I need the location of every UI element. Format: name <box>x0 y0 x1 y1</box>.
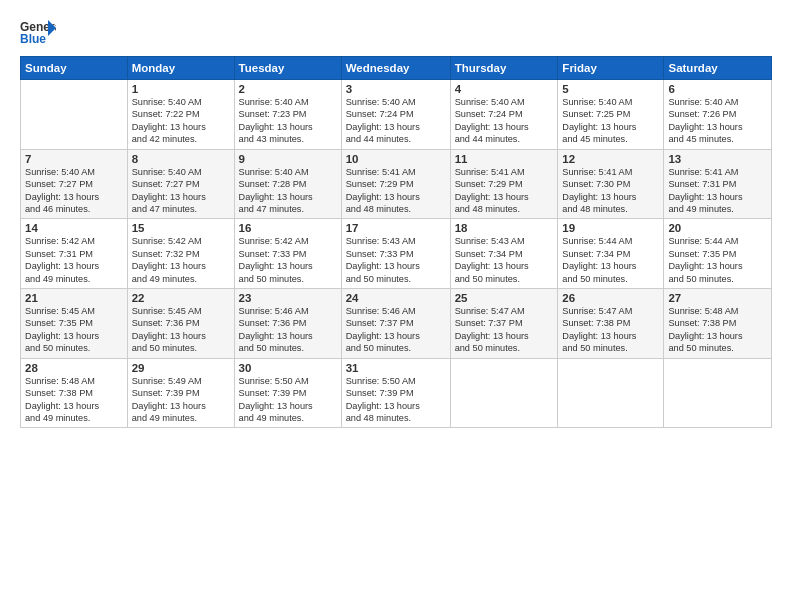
day-number: 28 <box>25 362 123 374</box>
day-info: Sunrise: 5:45 AM Sunset: 7:35 PM Dayligh… <box>25 305 123 355</box>
calendar-cell: 29Sunrise: 5:49 AM Sunset: 7:39 PM Dayli… <box>127 358 234 428</box>
calendar-header-thursday: Thursday <box>450 57 558 80</box>
day-number: 30 <box>239 362 337 374</box>
day-number: 13 <box>668 153 767 165</box>
day-info: Sunrise: 5:46 AM Sunset: 7:36 PM Dayligh… <box>239 305 337 355</box>
calendar-cell: 5Sunrise: 5:40 AM Sunset: 7:25 PM Daylig… <box>558 80 664 150</box>
day-info: Sunrise: 5:45 AM Sunset: 7:36 PM Dayligh… <box>132 305 230 355</box>
day-number: 21 <box>25 292 123 304</box>
calendar-cell <box>558 358 664 428</box>
day-info: Sunrise: 5:50 AM Sunset: 7:39 PM Dayligh… <box>239 375 337 425</box>
day-info: Sunrise: 5:49 AM Sunset: 7:39 PM Dayligh… <box>132 375 230 425</box>
calendar-cell <box>664 358 772 428</box>
day-info: Sunrise: 5:40 AM Sunset: 7:24 PM Dayligh… <box>455 96 554 146</box>
day-info: Sunrise: 5:47 AM Sunset: 7:38 PM Dayligh… <box>562 305 659 355</box>
day-info: Sunrise: 5:47 AM Sunset: 7:37 PM Dayligh… <box>455 305 554 355</box>
day-number: 19 <box>562 222 659 234</box>
day-info: Sunrise: 5:40 AM Sunset: 7:24 PM Dayligh… <box>346 96 446 146</box>
day-number: 27 <box>668 292 767 304</box>
calendar-header-monday: Monday <box>127 57 234 80</box>
page: General Blue SundayMondayTuesdayWednesda… <box>0 0 792 612</box>
calendar-cell: 15Sunrise: 5:42 AM Sunset: 7:32 PM Dayli… <box>127 219 234 289</box>
day-number: 2 <box>239 83 337 95</box>
day-number: 23 <box>239 292 337 304</box>
day-info: Sunrise: 5:41 AM Sunset: 7:30 PM Dayligh… <box>562 166 659 216</box>
calendar-cell <box>21 80 128 150</box>
day-number: 10 <box>346 153 446 165</box>
calendar-cell: 20Sunrise: 5:44 AM Sunset: 7:35 PM Dayli… <box>664 219 772 289</box>
day-info: Sunrise: 5:44 AM Sunset: 7:34 PM Dayligh… <box>562 235 659 285</box>
calendar-cell: 31Sunrise: 5:50 AM Sunset: 7:39 PM Dayli… <box>341 358 450 428</box>
day-number: 20 <box>668 222 767 234</box>
day-info: Sunrise: 5:40 AM Sunset: 7:25 PM Dayligh… <box>562 96 659 146</box>
calendar-week-row: 28Sunrise: 5:48 AM Sunset: 7:38 PM Dayli… <box>21 358 772 428</box>
calendar-cell: 30Sunrise: 5:50 AM Sunset: 7:39 PM Dayli… <box>234 358 341 428</box>
day-info: Sunrise: 5:46 AM Sunset: 7:37 PM Dayligh… <box>346 305 446 355</box>
calendar-cell: 24Sunrise: 5:46 AM Sunset: 7:37 PM Dayli… <box>341 289 450 359</box>
day-info: Sunrise: 5:42 AM Sunset: 7:31 PM Dayligh… <box>25 235 123 285</box>
calendar-cell: 14Sunrise: 5:42 AM Sunset: 7:31 PM Dayli… <box>21 219 128 289</box>
calendar-cell: 13Sunrise: 5:41 AM Sunset: 7:31 PM Dayli… <box>664 149 772 219</box>
day-number: 11 <box>455 153 554 165</box>
calendar-header-tuesday: Tuesday <box>234 57 341 80</box>
calendar-cell: 22Sunrise: 5:45 AM Sunset: 7:36 PM Dayli… <box>127 289 234 359</box>
day-number: 8 <box>132 153 230 165</box>
calendar-cell: 9Sunrise: 5:40 AM Sunset: 7:28 PM Daylig… <box>234 149 341 219</box>
day-number: 17 <box>346 222 446 234</box>
day-info: Sunrise: 5:40 AM Sunset: 7:22 PM Dayligh… <box>132 96 230 146</box>
calendar-cell: 27Sunrise: 5:48 AM Sunset: 7:38 PM Dayli… <box>664 289 772 359</box>
calendar-cell: 28Sunrise: 5:48 AM Sunset: 7:38 PM Dayli… <box>21 358 128 428</box>
calendar-table: SundayMondayTuesdayWednesdayThursdayFrid… <box>20 56 772 428</box>
calendar-cell <box>450 358 558 428</box>
calendar-cell: 8Sunrise: 5:40 AM Sunset: 7:27 PM Daylig… <box>127 149 234 219</box>
day-info: Sunrise: 5:44 AM Sunset: 7:35 PM Dayligh… <box>668 235 767 285</box>
day-number: 18 <box>455 222 554 234</box>
day-info: Sunrise: 5:42 AM Sunset: 7:33 PM Dayligh… <box>239 235 337 285</box>
day-number: 24 <box>346 292 446 304</box>
calendar-cell: 3Sunrise: 5:40 AM Sunset: 7:24 PM Daylig… <box>341 80 450 150</box>
day-number: 1 <box>132 83 230 95</box>
calendar-cell: 6Sunrise: 5:40 AM Sunset: 7:26 PM Daylig… <box>664 80 772 150</box>
day-number: 5 <box>562 83 659 95</box>
calendar-cell: 1Sunrise: 5:40 AM Sunset: 7:22 PM Daylig… <box>127 80 234 150</box>
calendar-cell: 12Sunrise: 5:41 AM Sunset: 7:30 PM Dayli… <box>558 149 664 219</box>
day-number: 3 <box>346 83 446 95</box>
day-number: 9 <box>239 153 337 165</box>
calendar-header-wednesday: Wednesday <box>341 57 450 80</box>
day-number: 29 <box>132 362 230 374</box>
day-info: Sunrise: 5:40 AM Sunset: 7:23 PM Dayligh… <box>239 96 337 146</box>
logo-icon: General Blue <box>20 18 56 46</box>
calendar-cell: 23Sunrise: 5:46 AM Sunset: 7:36 PM Dayli… <box>234 289 341 359</box>
calendar-cell: 19Sunrise: 5:44 AM Sunset: 7:34 PM Dayli… <box>558 219 664 289</box>
calendar-header-row: SundayMondayTuesdayWednesdayThursdayFrid… <box>21 57 772 80</box>
day-number: 12 <box>562 153 659 165</box>
day-number: 14 <box>25 222 123 234</box>
day-info: Sunrise: 5:43 AM Sunset: 7:33 PM Dayligh… <box>346 235 446 285</box>
calendar-cell: 4Sunrise: 5:40 AM Sunset: 7:24 PM Daylig… <box>450 80 558 150</box>
day-info: Sunrise: 5:40 AM Sunset: 7:27 PM Dayligh… <box>25 166 123 216</box>
calendar-header-sunday: Sunday <box>21 57 128 80</box>
header: General Blue <box>20 18 772 46</box>
day-info: Sunrise: 5:50 AM Sunset: 7:39 PM Dayligh… <box>346 375 446 425</box>
calendar-header-saturday: Saturday <box>664 57 772 80</box>
day-info: Sunrise: 5:43 AM Sunset: 7:34 PM Dayligh… <box>455 235 554 285</box>
svg-text:Blue: Blue <box>20 32 46 46</box>
day-info: Sunrise: 5:40 AM Sunset: 7:26 PM Dayligh… <box>668 96 767 146</box>
calendar-cell: 2Sunrise: 5:40 AM Sunset: 7:23 PM Daylig… <box>234 80 341 150</box>
calendar-week-row: 1Sunrise: 5:40 AM Sunset: 7:22 PM Daylig… <box>21 80 772 150</box>
logo: General Blue <box>20 18 56 46</box>
day-info: Sunrise: 5:48 AM Sunset: 7:38 PM Dayligh… <box>668 305 767 355</box>
calendar-cell: 21Sunrise: 5:45 AM Sunset: 7:35 PM Dayli… <box>21 289 128 359</box>
calendar-week-row: 21Sunrise: 5:45 AM Sunset: 7:35 PM Dayli… <box>21 289 772 359</box>
day-info: Sunrise: 5:41 AM Sunset: 7:31 PM Dayligh… <box>668 166 767 216</box>
day-number: 25 <box>455 292 554 304</box>
day-info: Sunrise: 5:41 AM Sunset: 7:29 PM Dayligh… <box>346 166 446 216</box>
day-number: 4 <box>455 83 554 95</box>
calendar-cell: 11Sunrise: 5:41 AM Sunset: 7:29 PM Dayli… <box>450 149 558 219</box>
day-number: 16 <box>239 222 337 234</box>
day-info: Sunrise: 5:48 AM Sunset: 7:38 PM Dayligh… <box>25 375 123 425</box>
calendar-cell: 10Sunrise: 5:41 AM Sunset: 7:29 PM Dayli… <box>341 149 450 219</box>
day-info: Sunrise: 5:42 AM Sunset: 7:32 PM Dayligh… <box>132 235 230 285</box>
calendar-cell: 17Sunrise: 5:43 AM Sunset: 7:33 PM Dayli… <box>341 219 450 289</box>
day-info: Sunrise: 5:40 AM Sunset: 7:27 PM Dayligh… <box>132 166 230 216</box>
